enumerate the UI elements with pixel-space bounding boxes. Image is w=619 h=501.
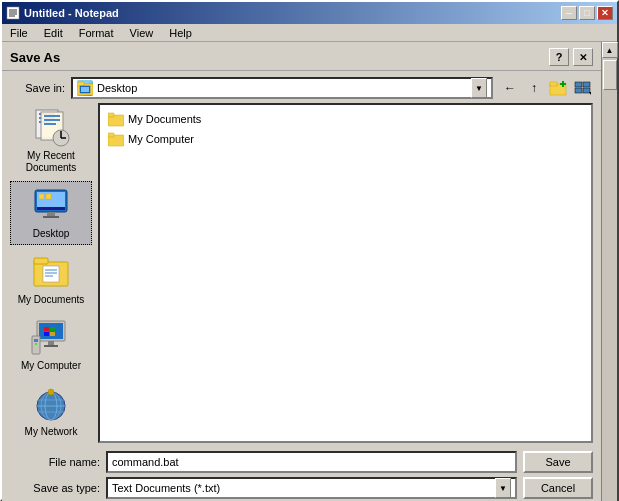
file-name-row: File name: Save <box>10 451 593 473</box>
svg-rect-34 <box>39 194 44 199</box>
menu-format[interactable]: Format <box>75 26 118 40</box>
dialog-toolbar: ← ↑ <box>499 77 593 99</box>
file-item-mydocuments[interactable]: My Documents <box>104 109 587 129</box>
scroll-thumb[interactable] <box>603 60 617 90</box>
save-in-label: Save in: <box>10 82 65 94</box>
svg-rect-6 <box>77 82 84 86</box>
svg-rect-25 <box>44 123 56 125</box>
svg-rect-33 <box>43 216 59 218</box>
menu-edit[interactable]: Edit <box>40 26 67 40</box>
svg-point-52 <box>35 343 37 345</box>
menu-bar: File Edit Format View Help <box>2 24 617 42</box>
save-as-type-dropdown[interactable]: ▼ <box>495 478 511 498</box>
desktop-icon <box>31 186 71 226</box>
my-documents-label: My Documents <box>18 294 85 306</box>
svg-rect-23 <box>44 115 60 117</box>
scroll-track <box>602 58 617 501</box>
menu-file[interactable]: File <box>6 26 32 40</box>
svg-rect-63 <box>108 133 114 137</box>
title-bar-text: Untitled - Notepad <box>6 6 119 20</box>
svg-rect-38 <box>43 266 59 282</box>
save-in-combo[interactable]: Desktop ▼ <box>71 77 493 99</box>
title-bar: Untitled - Notepad ─ □ ✕ <box>2 2 617 24</box>
up-button[interactable]: ↑ <box>523 77 545 99</box>
scroll-up-button[interactable]: ▲ <box>602 42 618 58</box>
views-button[interactable] <box>571 77 593 99</box>
svg-point-59 <box>48 389 54 395</box>
svg-rect-0 <box>7 7 19 19</box>
left-sidebar: My Recent Documents <box>10 103 92 443</box>
svg-rect-13 <box>575 82 582 87</box>
dialog-outer: Save As ? ✕ Save in: <box>2 42 617 501</box>
folder-label-mycomputer: My Computer <box>128 133 194 145</box>
sidebar-item-mydocuments[interactable]: My Documents <box>10 247 92 311</box>
dialog-title-bar: Save As ? ✕ <box>2 42 601 71</box>
save-in-dropdown-button[interactable]: ▼ <box>471 78 487 98</box>
bottom-form: File name: Save Save as type: Text Docum… <box>2 447 601 501</box>
folder-label-mydocuments: My Documents <box>128 113 201 125</box>
svg-rect-8 <box>81 87 89 92</box>
notepad-icon <box>6 6 20 20</box>
save-as-type-value: Text Documents (*.txt) <box>112 482 495 494</box>
save-in-value: Desktop <box>97 82 467 94</box>
save-in-folder-icon <box>77 80 93 96</box>
menu-help[interactable]: Help <box>165 26 196 40</box>
svg-rect-61 <box>108 113 114 117</box>
svg-rect-49 <box>44 345 58 347</box>
dialog-close-button[interactable]: ✕ <box>573 48 593 66</box>
right-scrollbar[interactable]: ▲ ▼ <box>601 42 617 501</box>
svg-rect-16 <box>583 88 590 93</box>
window-close-button[interactable]: ✕ <box>597 6 613 20</box>
dialog-help-button[interactable]: ? <box>549 48 569 66</box>
folder-icon-mydocuments <box>108 111 124 127</box>
recent-documents-label: My Recent Documents <box>13 150 89 174</box>
new-folder-button[interactable] <box>547 77 569 99</box>
sidebar-item-recent[interactable]: My Recent Documents <box>10 103 92 179</box>
sidebar-item-mycomputer[interactable]: My Computer <box>10 313 92 377</box>
menu-view[interactable]: View <box>126 26 158 40</box>
svg-rect-37 <box>34 258 48 264</box>
svg-rect-24 <box>44 119 60 121</box>
svg-rect-46 <box>44 332 49 336</box>
sidebar-item-mynetwork[interactable]: My Network <box>10 379 92 443</box>
svg-rect-14 <box>583 82 590 87</box>
folder-icon-mycomputer <box>108 131 124 147</box>
sidebar-item-desktop[interactable]: Desktop <box>10 181 92 245</box>
svg-rect-10 <box>550 82 557 86</box>
my-documents-icon <box>31 252 71 292</box>
back-button[interactable]: ← <box>499 77 521 99</box>
new-folder-icon <box>549 79 567 97</box>
svg-rect-47 <box>50 332 55 336</box>
desktop-label: Desktop <box>33 228 70 240</box>
svg-rect-15 <box>575 88 582 93</box>
my-network-label: My Network <box>25 426 78 438</box>
dialog-title-text: Save As <box>10 50 60 65</box>
cancel-button[interactable]: Cancel <box>523 477 593 499</box>
views-icon <box>573 79 591 97</box>
file-name-label: File name: <box>10 456 100 468</box>
save-as-type-row: Save as type: Text Documents (*.txt) ▼ C… <box>10 477 593 499</box>
file-item-mycomputer[interactable]: My Computer <box>104 129 587 149</box>
save-button[interactable]: Save <box>523 451 593 473</box>
save-as-type-label: Save as type: <box>10 482 100 494</box>
notepad-window: Untitled - Notepad ─ □ ✕ File Edit Forma… <box>0 0 619 501</box>
file-browser[interactable]: My Documents My Computer <box>98 103 593 443</box>
svg-rect-45 <box>50 327 55 331</box>
save-as-dialog: Save As ? ✕ Save in: <box>2 42 601 501</box>
svg-rect-31 <box>37 207 65 210</box>
svg-rect-35 <box>46 194 51 199</box>
svg-rect-51 <box>34 339 38 342</box>
svg-rect-48 <box>48 341 54 345</box>
recent-documents-icon <box>31 108 71 148</box>
dialog-title-buttons: ? ✕ <box>549 48 593 66</box>
minimize-button[interactable]: ─ <box>561 6 577 20</box>
save-as-type-combo[interactable]: Text Documents (*.txt) ▼ <box>106 477 517 499</box>
file-name-input[interactable] <box>106 451 517 473</box>
title-bar-buttons: ─ □ ✕ <box>561 6 613 20</box>
svg-rect-32 <box>47 212 55 216</box>
maximize-button[interactable]: □ <box>579 6 595 20</box>
my-network-icon <box>31 384 71 424</box>
main-area: My Recent Documents <box>2 103 601 447</box>
my-computer-icon <box>31 318 71 358</box>
save-in-row: Save in: Desktop ▼ <box>2 71 601 103</box>
